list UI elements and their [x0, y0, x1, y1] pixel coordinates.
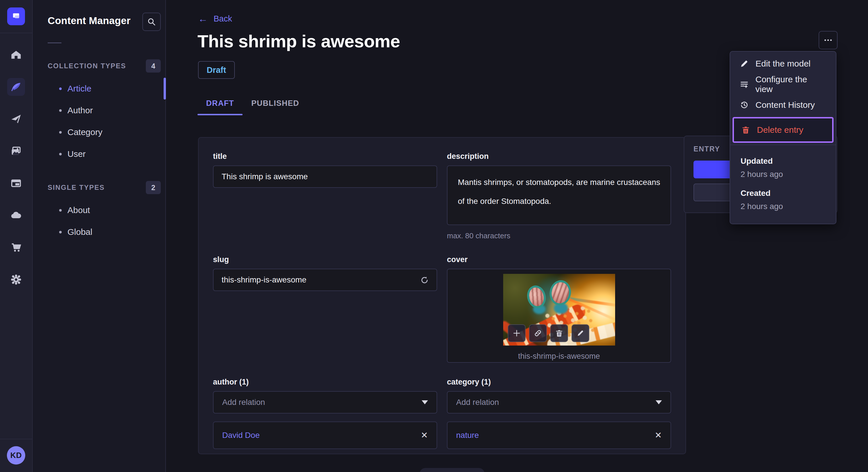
- refresh-icon: [420, 276, 429, 285]
- category-relation-link[interactable]: nature: [456, 431, 479, 440]
- sidebar-item-category[interactable]: Category: [33, 121, 165, 143]
- rail-divider: [0, 33, 32, 33]
- bullet-icon: [59, 209, 62, 212]
- back-arrow-icon: ←: [198, 14, 208, 24]
- cover-image: [503, 274, 615, 345]
- single-types-count-badge: 2: [146, 181, 161, 194]
- back-label: Back: [214, 14, 232, 24]
- cover-asset-box: this-shrimp-is-awesome: [447, 269, 671, 363]
- collection-types-count-badge: 4: [146, 59, 161, 72]
- sidebar-item-label: User: [67, 149, 86, 159]
- page-title: This shrimp is awesome: [197, 31, 868, 51]
- link-icon: [534, 329, 542, 338]
- search-button[interactable]: [143, 12, 161, 31]
- description-field-label: description: [447, 152, 671, 161]
- author-relation-select[interactable]: Add relation: [213, 391, 437, 413]
- description-helper-text: max. 80 characters: [447, 231, 671, 240]
- user-avatar[interactable]: KD: [7, 446, 25, 465]
- sidebar-item-label: Category: [67, 127, 102, 137]
- description-textarea[interactable]: Mantis shrimps, or stomatopods, are mari…: [447, 165, 671, 225]
- content-manager-nav-button[interactable]: [7, 78, 25, 96]
- edit-form-card: title description Mantis shrimps, or sto…: [198, 137, 686, 454]
- slug-field: slug: [213, 255, 437, 363]
- more-actions-button[interactable]: [818, 31, 838, 49]
- menu-meta: Updated 2 hours ago Created 2 hours ago: [730, 145, 836, 224]
- chevron-down-icon: [656, 400, 662, 404]
- plus-icon: [513, 329, 521, 338]
- next-section-peek: [420, 468, 485, 472]
- menu-item-label: Configure the view: [755, 74, 826, 94]
- tab-draft[interactable]: DRAFT: [197, 94, 243, 115]
- media-library-nav-button[interactable]: [7, 142, 25, 160]
- title-input[interactable]: [213, 165, 437, 188]
- sidebar-item-user[interactable]: User: [33, 143, 165, 165]
- remove-category-relation-button[interactable]: ✕: [655, 431, 662, 440]
- category-field: category (1) Add relation nature ✕: [447, 378, 671, 449]
- title-field-label: title: [213, 152, 437, 161]
- trash-icon: [555, 329, 563, 337]
- back-link[interactable]: ← Back: [198, 14, 232, 24]
- content-type-builder-nav-button[interactable]: [7, 174, 25, 192]
- updated-value: 2 hours ago: [741, 170, 826, 179]
- menu-item-configure-view[interactable]: Configure the view: [730, 74, 836, 95]
- close-icon: ✕: [655, 430, 662, 440]
- home-icon: [10, 49, 22, 61]
- paper-plane-icon: [10, 113, 22, 125]
- marketplace-nav-button[interactable]: [7, 239, 25, 256]
- sidebar-item-article[interactable]: Article: [33, 78, 165, 100]
- menu-item-edit-model[interactable]: Edit the model: [730, 53, 836, 74]
- sidebar-item-label: About: [67, 205, 90, 215]
- cover-field-label: cover: [447, 255, 671, 264]
- regenerate-slug-button[interactable]: [417, 273, 432, 288]
- author-relation-item: David Doe ✕: [213, 422, 437, 449]
- releases-nav-button[interactable]: [7, 110, 25, 128]
- search-icon: [147, 18, 156, 26]
- bullet-icon: [59, 131, 62, 134]
- author-relation-link[interactable]: David Doe: [222, 431, 260, 440]
- menu-item-label: Content History: [755, 100, 815, 110]
- edit-media-button[interactable]: [571, 324, 589, 342]
- add-media-button[interactable]: [508, 324, 526, 342]
- bullet-icon: [59, 231, 62, 233]
- author-field: author (1) Add relation David Doe ✕: [213, 378, 437, 449]
- rail-nav: [7, 46, 25, 289]
- trash-icon: [741, 126, 750, 134]
- history-clock-icon: [740, 101, 749, 109]
- author-field-label: author (1): [213, 378, 437, 386]
- pencil-icon: [740, 59, 749, 68]
- sidebar-item-author[interactable]: Author: [33, 100, 165, 121]
- configure-list-icon: [740, 80, 749, 89]
- cart-icon: [10, 242, 22, 253]
- copy-link-button[interactable]: [529, 324, 547, 342]
- menu-item-content-history[interactable]: Content History: [730, 95, 836, 115]
- category-relation-select[interactable]: Add relation: [447, 391, 671, 413]
- ellipsis-icon: [824, 39, 832, 42]
- cover-caption: this-shrimp-is-awesome: [518, 352, 600, 361]
- slug-input[interactable]: [213, 269, 437, 291]
- more-actions-menu: Edit the model Configure the view Conten…: [730, 51, 836, 224]
- author-select-placeholder: Add relation: [222, 398, 265, 407]
- category-relation-item: nature ✕: [447, 422, 671, 449]
- settings-nav-button[interactable]: [7, 271, 25, 289]
- single-types-label: SINGLE TYPES: [48, 183, 105, 192]
- menu-item-highlight-frame: Delete entry: [733, 117, 834, 143]
- menu-item-delete-entry[interactable]: Delete entry: [734, 119, 832, 141]
- deploy-nav-button[interactable]: [7, 206, 25, 224]
- remove-author-relation-button[interactable]: ✕: [421, 431, 428, 440]
- sidebar-item-about[interactable]: About: [33, 199, 165, 221]
- sidebar-title: Content Manager: [48, 12, 131, 26]
- sidebar-item-label: Article: [67, 84, 91, 94]
- sidebar-item-global[interactable]: Global: [33, 221, 165, 243]
- title-field: title: [213, 152, 437, 240]
- sidebar-divider: [48, 42, 61, 43]
- category-select-placeholder: Add relation: [456, 398, 499, 407]
- delete-media-button[interactable]: [550, 324, 568, 342]
- menu-item-label: Edit the model: [755, 59, 811, 69]
- gear-icon: [10, 274, 22, 285]
- strapi-logo[interactable]: [7, 7, 25, 25]
- sidebar-item-label: Author: [67, 105, 93, 115]
- home-nav-button[interactable]: [7, 46, 25, 64]
- updated-label: Updated: [741, 157, 826, 166]
- tab-published[interactable]: PUBLISHED: [243, 94, 308, 115]
- collection-types-label: COLLECTION TYPES: [48, 62, 126, 70]
